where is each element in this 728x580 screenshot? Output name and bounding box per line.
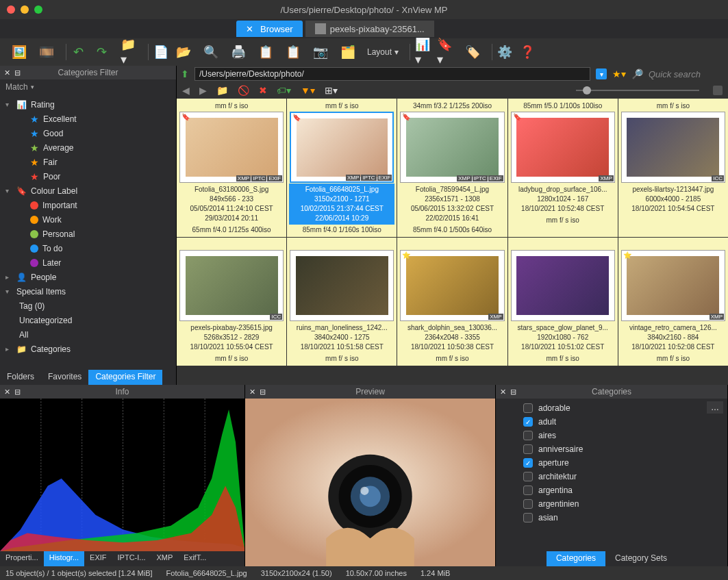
category-item[interactable]: argentina bbox=[496, 483, 727, 497]
thumbnail-cell[interactable]: mm f/ s iso 🔖 XMPIPTCEXIF Fotolia_631800… bbox=[177, 99, 286, 237]
rating-icon[interactable]: 📊▾ bbox=[410, 44, 426, 60]
bookmark-icon[interactable]: 🔖▾ bbox=[437, 44, 453, 60]
category-checkbox[interactable] bbox=[523, 486, 533, 495]
filter-icon[interactable]: ▼▾ bbox=[301, 85, 315, 96]
thumbnail-cell[interactable]: ICC pexels-pixabay-235615.jpg 5268x3512 … bbox=[177, 238, 286, 366]
tree-colour-label[interactable]: ▾🔖Colour Label bbox=[0, 184, 176, 198]
thumbnail-cell[interactable]: mm f/ s iso ICC pexels-lilartsy-1213447.… bbox=[618, 99, 728, 237]
category-item[interactable]: argentinien bbox=[496, 497, 727, 511]
view-mode-icon[interactable]: ⊞▾ bbox=[325, 85, 338, 96]
slider-preset-icon[interactable] bbox=[713, 86, 723, 95]
categories-options-button[interactable]: … bbox=[707, 401, 723, 414]
compare-icon[interactable]: 🗂️ bbox=[340, 44, 356, 60]
print-icon[interactable]: 🖨️ bbox=[230, 44, 247, 60]
tab-categories[interactable]: Categories bbox=[547, 551, 605, 566]
tab-browser[interactable]: ✕ Browser bbox=[236, 21, 303, 37]
thumbnail-cell[interactable]: stars_space_glow_planet_9... 1920x1080 -… bbox=[508, 238, 618, 366]
batch-icon[interactable]: 📋 bbox=[285, 44, 301, 60]
tab-categories-filter[interactable]: Categories Filter bbox=[88, 370, 162, 385]
convert-icon[interactable]: 📋 bbox=[258, 44, 274, 60]
category-item[interactable]: asian bbox=[496, 511, 727, 525]
colour-item[interactable]: Important bbox=[0, 198, 176, 212]
tab-histogram[interactable]: Histogr... bbox=[44, 551, 84, 566]
tree-special[interactable]: ▾Special Items bbox=[0, 284, 176, 299]
tree-categories[interactable]: ▸📁Categories bbox=[0, 342, 176, 356]
category-checkbox[interactable]: ✓ bbox=[523, 458, 533, 468]
category-item[interactable]: aires bbox=[496, 429, 727, 442]
category-item[interactable]: adorable bbox=[496, 401, 727, 415]
quicksearch-icon[interactable]: 🔎 bbox=[631, 68, 643, 79]
tree-rating[interactable]: ▾📊Rating bbox=[0, 97, 176, 112]
tag-icon[interactable]: 🏷️ bbox=[464, 44, 481, 60]
slideshow-icon[interactable]: 🎞️ bbox=[38, 44, 55, 60]
rotate-icon[interactable]: 📁▾ bbox=[121, 44, 137, 60]
capture-icon[interactable]: 📷 bbox=[312, 44, 329, 60]
up-folder-icon[interactable]: ⬆ bbox=[181, 68, 189, 79]
histogram-view bbox=[0, 399, 244, 551]
tab-exif[interactable]: EXIF bbox=[84, 551, 112, 566]
rating-item[interactable]: ★Average bbox=[0, 140, 176, 155]
rating-item[interactable]: ★Excellent bbox=[0, 112, 176, 126]
path-input[interactable] bbox=[194, 67, 590, 81]
rating-item[interactable]: ★Good bbox=[0, 126, 176, 140]
copy-icon[interactable]: 📄 bbox=[148, 44, 164, 60]
thumbnail-cell[interactable]: mm f/ s iso 🔖 XMPIPTCEXIF Fotolia_666480… bbox=[287, 99, 397, 237]
category-checkbox[interactable]: ✓ bbox=[523, 417, 533, 427]
tab-favorites[interactable]: Favorites bbox=[41, 370, 88, 385]
category-checkbox[interactable] bbox=[523, 472, 533, 481]
tab-iptc[interactable]: IPTC-I... bbox=[112, 551, 151, 566]
category-item[interactable]: architektur bbox=[496, 470, 727, 483]
colour-item[interactable]: To do bbox=[0, 241, 176, 255]
folder-icon[interactable]: 📁 bbox=[216, 85, 228, 96]
layout-dropdown[interactable]: Layout ▾ bbox=[367, 47, 399, 57]
category-checkbox[interactable] bbox=[523, 513, 533, 522]
settings-icon[interactable]: ⚙️ bbox=[492, 44, 508, 60]
category-item[interactable]: ✓aperture bbox=[496, 456, 727, 470]
help-icon[interactable]: ❓ bbox=[519, 44, 536, 60]
refresh-icon[interactable]: 🚫 bbox=[238, 85, 249, 96]
forward-icon[interactable]: ▶ bbox=[199, 85, 207, 96]
thumbnail-cell[interactable]: ⭐ XMP shark_dolphin_sea_130036... 2364x2… bbox=[397, 238, 507, 366]
colour-item[interactable]: Later bbox=[0, 255, 176, 270]
thumbnail-cell[interactable]: 34mm f/3.2 1/125s 200iso 🔖 XMPIPTCEXIF F… bbox=[397, 99, 507, 237]
tag-mark-icon[interactable]: 🏷▾ bbox=[277, 85, 291, 96]
quicksearch-placeholder[interactable]: Quick search bbox=[649, 69, 724, 79]
category-checkbox[interactable] bbox=[523, 431, 533, 440]
category-checkbox[interactable] bbox=[523, 499, 533, 509]
special-item[interactable]: All bbox=[0, 327, 176, 342]
paste-icon[interactable]: 📂 bbox=[175, 44, 192, 60]
back-icon[interactable]: ◀ bbox=[182, 85, 190, 96]
colour-item[interactable]: Work bbox=[0, 212, 176, 227]
thumbnail-cell[interactable]: ruins_man_loneliness_1242... 3840x2400 -… bbox=[287, 238, 397, 366]
search-icon[interactable]: 🔍 bbox=[203, 44, 219, 60]
path-dropdown-icon[interactable]: ▾ bbox=[596, 68, 607, 79]
category-item[interactable]: anniversaire bbox=[496, 442, 727, 456]
rating-item[interactable]: ★Fair bbox=[0, 155, 176, 169]
tab-folders[interactable]: Folders bbox=[0, 370, 41, 385]
match-dropdown[interactable]: Match▾ bbox=[0, 79, 176, 94]
tab-properties[interactable]: Properti... bbox=[0, 551, 44, 566]
close-tab-icon[interactable]: ✕ bbox=[246, 24, 253, 34]
tab-xmp[interactable]: XMP bbox=[151, 551, 179, 566]
tab-image[interactable]: pexels-pixabay-23561... bbox=[305, 21, 434, 37]
favorite-icon[interactable]: ★▾ bbox=[612, 68, 626, 79]
thumbnail-cell[interactable]: 85mm f/5.0 1/100s 100iso 🔖 XMP ladybug_d… bbox=[508, 99, 618, 237]
delete-icon[interactable]: ✖ bbox=[259, 85, 267, 96]
thumbnail-size-slider[interactable] bbox=[347, 86, 723, 95]
categories-panel: ✕ ⊟ Categories … adorable✓adultairesanni… bbox=[496, 385, 728, 566]
category-checkbox[interactable] bbox=[523, 403, 533, 413]
rating-item[interactable]: ★Poor bbox=[0, 169, 176, 184]
thumbnail-cell[interactable]: ⭐ XMP vintage_retro_camera_126... 3840x2… bbox=[618, 238, 728, 366]
fullscreen-icon[interactable]: 🖼️ bbox=[11, 44, 27, 60]
special-item[interactable]: Uncategorized bbox=[0, 313, 176, 327]
special-item[interactable]: Tag (0) bbox=[0, 299, 176, 313]
colour-item[interactable]: Personal bbox=[0, 227, 176, 241]
tree-people[interactable]: ▸👤People bbox=[0, 270, 176, 284]
category-item[interactable]: ✓adult bbox=[496, 415, 727, 429]
tab-exiftool[interactable]: ExifT... bbox=[178, 551, 212, 566]
undo-icon[interactable]: ↶ bbox=[66, 44, 82, 60]
category-checkbox[interactable] bbox=[523, 444, 533, 454]
status-selection: 15 object(s) / 1 object(s) selected [1.2… bbox=[5, 569, 153, 577]
tab-category-sets[interactable]: Category Sets bbox=[605, 551, 677, 566]
redo-icon[interactable]: ↷ bbox=[93, 44, 110, 60]
